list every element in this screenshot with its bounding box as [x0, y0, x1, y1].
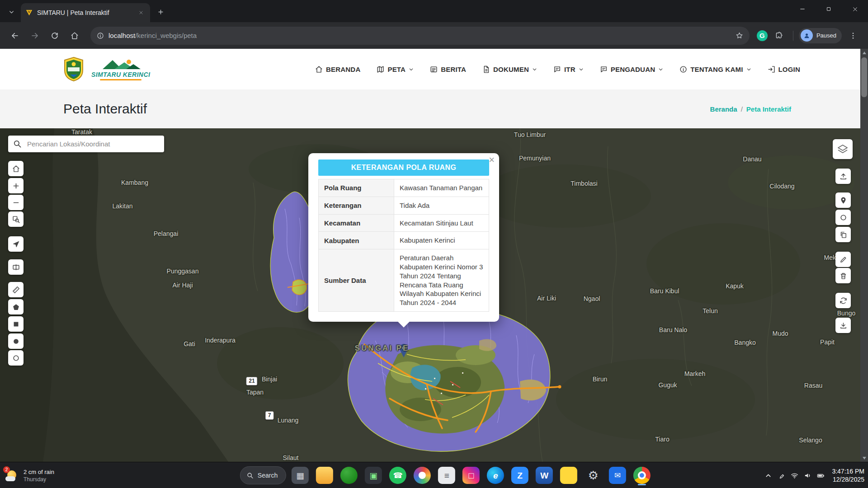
chevron-down-icon [579, 67, 584, 72]
pen-icon[interactable] [778, 472, 785, 479]
battery-icon[interactable] [817, 472, 825, 479]
tab-search-button[interactable] [4, 4, 19, 19]
taskbar-search-button[interactable]: Search [240, 465, 286, 486]
add-marker-button[interactable] [835, 192, 851, 208]
taskbar-zoom-button[interactable]: Z [509, 465, 530, 486]
refresh-map-button[interactable] [835, 293, 851, 308]
taskbar-word-button[interactable]: W [534, 465, 555, 486]
profile-button[interactable]: Paused [799, 28, 842, 43]
search-input[interactable] [8, 136, 164, 152]
xbox-icon [340, 467, 358, 484]
taskbar-photos-button[interactable] [412, 465, 433, 486]
maximize-button[interactable] [816, 0, 842, 18]
nav-item-berita[interactable]: BERITA [430, 66, 466, 73]
popup-close-button[interactable]: × [489, 155, 495, 165]
popup-title: KETERANGAN POLA RUANG [318, 160, 489, 176]
taskbar-capture-button[interactable]: ▣ [363, 465, 384, 486]
close-icon [852, 6, 859, 13]
pengaduan-nav-icon [600, 66, 608, 73]
tab-close-button[interactable] [137, 8, 146, 17]
simtaru-logo: SIMTARU KERINCI [91, 58, 150, 80]
close-button[interactable] [842, 0, 868, 18]
draw-circlemarker-button[interactable] [8, 350, 24, 366]
back-button[interactable] [6, 27, 24, 44]
taskbar-mail-button[interactable]: ✉ [607, 465, 628, 486]
add-circle-button[interactable] [835, 210, 851, 225]
chevron-down-icon [532, 67, 537, 72]
draw-rectangle-button[interactable] [8, 316, 24, 332]
nav-label: PENGADUAN [611, 66, 655, 73]
taskbar-whatsapp-button[interactable]: ☎ [387, 465, 408, 486]
measure-button[interactable] [8, 282, 24, 297]
minimize-button[interactable] [789, 0, 816, 18]
taskbar-start-button[interactable] [216, 465, 236, 486]
bookmark-star-icon[interactable] [736, 32, 743, 39]
nav-label: DOKUMEN [493, 66, 529, 73]
taskbar-file-explorer-button[interactable] [314, 465, 335, 486]
zoom-box-button[interactable] [8, 211, 24, 227]
taskbar-notepad-button[interactable]: ≡ [436, 465, 457, 486]
nav-item-peta[interactable]: PETA [377, 66, 414, 73]
volume-icon[interactable] [804, 472, 811, 479]
popup-row-label: Kecamatan [319, 214, 394, 232]
windows-start-icon [217, 467, 235, 484]
taskbar-settings-button[interactable]: ⚙ [583, 465, 604, 486]
taskbar-clock[interactable]: 3:47:16 PM 12/28/2025 [832, 467, 864, 483]
swipe-layers-button[interactable] [8, 259, 24, 275]
browser-menu-button[interactable] [844, 27, 862, 44]
site-info-icon[interactable] [97, 32, 104, 39]
task-view-icon: ▦ [292, 467, 309, 484]
address-bar[interactable]: localhost/kerinci_webgis/peta [90, 27, 750, 45]
itr-nav-icon [553, 66, 561, 73]
taskbar-task-view-button[interactable]: ▦ [290, 465, 311, 486]
delete-shape-button[interactable] [835, 268, 851, 283]
scroll-up-arrow[interactable] [860, 49, 868, 56]
page-scrollbar[interactable] [860, 49, 868, 462]
forward-button[interactable] [26, 27, 43, 44]
nav-item-beranda[interactable]: BERANDA [315, 66, 360, 73]
new-tab-button[interactable] [154, 5, 167, 19]
reload-button[interactable] [46, 27, 63, 44]
upload-layer-button[interactable] [835, 169, 851, 184]
scroll-down-arrow[interactable] [860, 454, 868, 462]
site-header: SIMTARU KERINCI BERANDAPETABERITADOKUMEN… [0, 49, 868, 89]
nav-item-pengaduan[interactable]: PENGADUAN [600, 66, 663, 73]
locate-button[interactable] [8, 236, 24, 252]
taskbar-edge-button[interactable]: e [485, 465, 506, 486]
nav-item-dokumen[interactable]: DOKUMEN [482, 66, 537, 73]
breadcrumb-home-link[interactable]: Beranda [710, 105, 737, 113]
grammarly-extension-icon[interactable]: G [757, 30, 768, 41]
weather-line1: 2 cm of rain [24, 469, 54, 475]
edit-shape-button[interactable] [835, 252, 851, 267]
map-home-button[interactable] [8, 161, 24, 176]
taskbar-weather-widget[interactable]: 2 2 cm of rain Thursday [5, 462, 54, 488]
download-map-button[interactable] [835, 318, 851, 333]
draw-polygon-button[interactable] [8, 299, 24, 314]
taskbar-chrome-button[interactable] [632, 465, 652, 486]
draw-circle-button[interactable] [8, 333, 24, 349]
wifi-icon[interactable] [791, 472, 798, 479]
nav-item-itr[interactable]: ITR [553, 66, 584, 73]
nav-item-tentang-kami[interactable]: TENTANG KAMI [679, 66, 751, 73]
browser-tab[interactable]: SIMTARU | Peta Interaktif [21, 3, 150, 22]
layers-button[interactable] [833, 139, 853, 159]
breadcrumb-current: Peta Interaktif [746, 105, 791, 113]
interactive-map[interactable]: TaratakTuo LimburPemunyianDanauKambangTi… [0, 128, 868, 462]
tray-chevron-up-icon[interactable] [764, 472, 772, 479]
popup-row-label: Keterangan [319, 197, 394, 214]
home-button[interactable] [66, 27, 83, 44]
taskbar-instagram-button[interactable]: □ [461, 465, 481, 486]
clock-date: 12/28/2025 [832, 475, 864, 483]
chrome-icon [633, 467, 651, 484]
extensions-button[interactable] [770, 27, 788, 44]
taskbar-sticky-notes-button[interactable] [558, 465, 579, 486]
popup-table: Pola RuangKawasan Tanaman PanganKeterang… [318, 179, 489, 312]
export-shape-button[interactable] [835, 227, 851, 242]
taskbar-xbox-button[interactable] [339, 465, 359, 486]
zoom-out-button[interactable] [8, 195, 24, 210]
chevron-down-icon [658, 67, 663, 72]
nav-item-login[interactable]: LOGIN [768, 66, 801, 73]
url-host: localhost [108, 32, 135, 39]
zoom-in-button[interactable] [8, 178, 24, 193]
scrollbar-thumb[interactable] [861, 57, 867, 97]
